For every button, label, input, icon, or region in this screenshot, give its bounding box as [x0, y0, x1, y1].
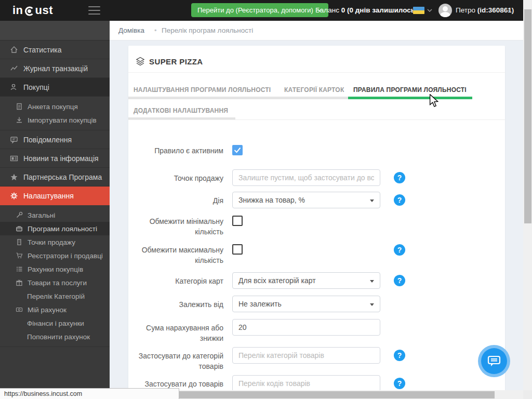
sidebar-item-points-of-sale[interactable]: Точки продажу	[0, 235, 110, 249]
tabs-divider	[128, 119, 505, 120]
gift-icon	[15, 279, 23, 286]
sidebar-item-label: Реєстратори і продавці	[28, 252, 103, 260]
sidebar-item-loyalty-programs[interactable]: Програми лояльності	[0, 222, 110, 235]
language-chevron-down-icon[interactable]	[427, 9, 432, 12]
wrench-icon	[15, 211, 23, 219]
sidebar-nav: Статистика Журнал транзакцій Покупці Анк…	[0, 21, 110, 390]
star-icon	[10, 173, 18, 181]
sidebar-item-partner-program[interactable]: Партнерська Програма	[0, 168, 110, 187]
settings-submenu: Загальні Програми лояльності Точки прода…	[0, 205, 110, 347]
download-icon	[15, 116, 23, 124]
sidebar-item-label: Точки продажу	[28, 238, 75, 246]
sidebar-item-customer-form[interactable]: Анкета покупця	[0, 100, 110, 113]
sidebar-item-label: Перелік Категорій	[27, 292, 85, 300]
field-label: Правило є активним	[134, 145, 223, 156]
limit-min-quantity-checkbox[interactable]	[232, 216, 243, 226]
field-label: Точок продажу	[134, 173, 223, 183]
logo-text-right: ust	[35, 4, 54, 17]
tab-card-categories[interactable]: КАТЕГОРІЇ КАРТОК	[283, 82, 348, 99]
help-icon[interactable]: ?	[394, 350, 405, 361]
chevron-down-icon	[370, 200, 374, 202]
breadcrumb: Домівка • Перелік програм лояльності	[110, 21, 523, 41]
main-content: Домівка • Перелік програм лояльності SUP…	[110, 21, 523, 390]
language-flag-icon[interactable]	[413, 7, 424, 14]
sidebar-item-messages[interactable]: Повідомлення	[0, 130, 110, 149]
sidebar-item-finances-accounts[interactable]: Фінанси і рахунки	[0, 316, 110, 330]
help-icon[interactable]: ?	[394, 172, 405, 183]
sidebar-item-transactions-log[interactable]: Журнал транзакцій	[0, 59, 110, 78]
chat-widget-button[interactable]	[478, 345, 510, 377]
logo-text-left: in	[12, 4, 23, 17]
help-icon[interactable]: ?	[394, 194, 405, 206]
field-label: Дія	[134, 195, 223, 206]
gear-icon	[10, 192, 18, 200]
incust-logo: inust	[12, 4, 53, 17]
cart-icon	[15, 252, 23, 259]
sidebar-item-categories-list[interactable]: Перелік Категорій	[0, 289, 110, 303]
user-chevron-down-icon[interactable]	[505, 9, 510, 12]
money-icon	[15, 306, 23, 313]
amount-input[interactable]	[232, 319, 380, 336]
rule-active-checkbox[interactable]	[232, 145, 243, 155]
sidebar-item-label: Новини та інформація	[23, 154, 99, 163]
sidebar-item-top-up-account[interactable]: Поповнити рахунок	[0, 330, 110, 343]
depends-on-select[interactable]: Не залежить	[232, 296, 380, 312]
logo-c-icon	[24, 6, 35, 17]
sidebar-item-news[interactable]: Новини та інформація	[0, 149, 110, 168]
points-of-sale-input[interactable]	[232, 169, 380, 186]
sidebar-item-label: Статистика	[23, 46, 62, 54]
chevron-down-icon	[370, 303, 374, 306]
apply-to-goods-input[interactable]	[232, 375, 380, 390]
sidebar-item-customers[interactable]: Покупці	[0, 78, 110, 97]
sidebar-item-customer-accounts[interactable]: Рахунки покупців	[0, 262, 110, 276]
balance-label: Баланс	[315, 6, 339, 14]
user-name: Петро	[456, 6, 475, 14]
sidebar-item-label: Загальні	[28, 211, 55, 219]
sidebar-item-import-customers[interactable]: Імпортувати покупців	[0, 113, 110, 127]
users-icon	[10, 83, 18, 91]
sidebar-item-label: Повідомлення	[23, 136, 72, 144]
action-select[interactable]: Знижка на товар, %	[232, 192, 380, 208]
tab-label: ДОДАТКОВІ НАЛАШТУВАННЯ	[134, 107, 228, 114]
select-value: Не залежить	[238, 300, 282, 308]
newspaper-icon	[10, 154, 18, 163]
help-icon[interactable]: ?	[394, 378, 405, 389]
sidebar-item-label: Анкета покупця	[28, 103, 78, 111]
tab-loyalty-program-rules[interactable]: ПРАВИЛА ПРОГРАМИ ЛОЯЛЬНОСТІ	[348, 82, 472, 99]
card-category-select[interactable]: Для всіх категорій карт	[232, 272, 380, 289]
sidebar-header	[0, 21, 110, 41]
breadcrumb-home-link[interactable]: Домівка	[118, 26, 144, 34]
field-label: Залежить від	[134, 299, 223, 310]
tab-additional-settings[interactable]: ДОДАТКОВІ НАЛАШТУВАННЯ	[128, 103, 235, 120]
go-to-button[interactable]: Перейти до (Реєстратора, допомоги)	[191, 3, 328, 17]
sidebar-item-statistics[interactable]: Статистика	[0, 41, 110, 59]
tab-label: ПРАВИЛА ПРОГРАМИ ЛОЯЛЬНОСТІ	[353, 86, 467, 94]
line-chart-icon	[10, 64, 18, 73]
help-icon[interactable]: ?	[394, 275, 405, 286]
vertical-scrollbar-thumb[interactable]	[524, 9, 531, 223]
field-label: Обмежити мінімальну кількість	[134, 216, 223, 237]
list-icon	[15, 265, 23, 273]
sidebar-item-label: Фінанси і рахунки	[27, 320, 84, 327]
sidebar-item-my-account[interactable]: Мій рахунок	[0, 303, 110, 316]
building-icon	[15, 238, 23, 246]
apply-to-categories-input[interactable]	[232, 347, 380, 364]
hamburger-menu-icon[interactable]	[88, 6, 100, 15]
tab-label: НАЛАШТУВАННЯ ПРОГРАМИ ЛОЯЛЬНОСТІ	[134, 86, 271, 94]
tab-label: КАТЕГОРІЇ КАРТОК	[284, 86, 344, 94]
sidebar-item-registrars-sellers[interactable]: Реєстратори і продавці	[0, 249, 110, 262]
select-value: Знижка на товар, %	[238, 196, 305, 204]
sidebar-item-general[interactable]: Загальні	[0, 208, 110, 222]
card-header: SUPER PIZZA	[128, 46, 505, 73]
top-bar: inust Перейти до (Реєстратора, допомоги)…	[0, 0, 532, 21]
user-avatar[interactable]	[438, 4, 452, 17]
home-icon	[10, 46, 18, 54]
sidebar-item-goods-services[interactable]: Товари та послуги	[0, 276, 110, 289]
sidebar-item-label: Товари та послуги	[28, 279, 87, 287]
sidebar-item-settings[interactable]: Налаштування	[0, 187, 110, 205]
limit-max-quantity-checkbox[interactable]	[232, 244, 243, 255]
help-icon[interactable]: ?	[394, 244, 405, 256]
tab-loyalty-program-settings[interactable]: НАЛАШТУВАННЯ ПРОГРАМИ ЛОЯЛЬНОСТІ	[128, 82, 283, 99]
sidebar-item-label: Журнал транзакцій	[23, 64, 88, 73]
scrollbar-corner	[523, 390, 532, 399]
